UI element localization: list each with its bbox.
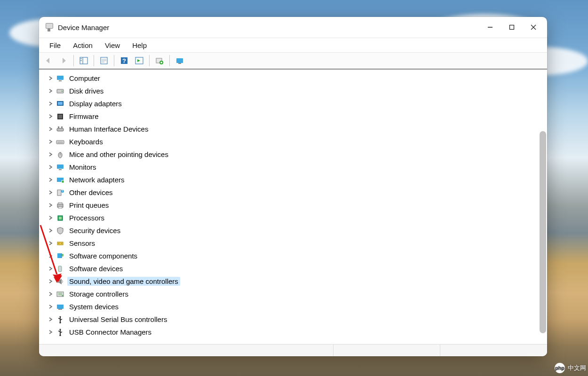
expand-chevron-icon[interactable] [48, 329, 53, 335]
svg-rect-59 [58, 309, 62, 310]
tree-node[interactable]: Print queues [48, 199, 547, 212]
tree-node-label: Storage controllers [67, 290, 130, 298]
tree-node[interactable]: Monitors [48, 161, 547, 173]
expand-chevron-icon[interactable] [48, 114, 53, 119]
menu-help[interactable]: Help [127, 39, 152, 51]
titlebar[interactable]: Device Manager [39, 17, 547, 38]
tree-node[interactable]: USB Connector Managers [48, 326, 547, 338]
expand-chevron-icon[interactable] [48, 279, 53, 284]
update-driver-button[interactable] [153, 54, 166, 67]
tree-node[interactable]: Keyboards [48, 135, 547, 148]
expand-chevron-icon[interactable] [48, 164, 53, 170]
maximize-button[interactable] [501, 17, 523, 38]
svg-point-64 [59, 329, 61, 330]
svg-point-61 [59, 316, 61, 317]
svg-rect-54 [57, 280, 59, 283]
tree-node-label: Computer [67, 74, 102, 83]
expand-chevron-icon[interactable] [48, 317, 53, 322]
expand-chevron-icon[interactable] [48, 88, 53, 94]
sensor-icon [56, 239, 64, 248]
expand-chevron-icon[interactable] [48, 228, 53, 234]
device-tree: ComputerDisk drivesDisplay adaptersFirmw… [39, 71, 547, 341]
expand-chevron-icon[interactable] [48, 76, 53, 81]
tree-node-label: Security devices [67, 226, 122, 235]
tree-node-label: Print queues [67, 201, 111, 210]
status-cell [334, 345, 440, 356]
expand-chevron-icon[interactable] [48, 253, 53, 259]
menu-action[interactable]: Action [67, 39, 98, 51]
app-icon [45, 23, 53, 31]
toolbar-separator [114, 55, 114, 66]
svg-rect-48 [57, 242, 63, 245]
svg-rect-27 [58, 115, 62, 118]
watermark-logo: php [555, 363, 565, 373]
expand-chevron-icon[interactable] [48, 304, 53, 310]
status-cell [39, 345, 334, 356]
expand-chevron-icon[interactable] [48, 291, 53, 297]
show-hide-tree-button[interactable] [77, 54, 90, 67]
tree-node[interactable]: Processors [48, 212, 547, 224]
expand-chevron-icon[interactable] [48, 177, 53, 183]
menu-file[interactable]: File [44, 39, 66, 51]
other-icon: ? [56, 188, 64, 197]
speaker-icon [56, 277, 64, 286]
tree-node[interactable]: Computer [48, 72, 547, 85]
tree-node[interactable]: Storage controllers [48, 288, 547, 300]
expand-chevron-icon[interactable] [48, 215, 53, 221]
expand-chevron-icon[interactable] [48, 139, 53, 145]
minimize-button[interactable] [479, 17, 501, 38]
expand-chevron-icon[interactable] [48, 190, 53, 196]
expand-chevron-icon[interactable] [48, 152, 53, 157]
svg-rect-21 [59, 80, 62, 81]
tree-node-label: Human Interface Devices [67, 125, 150, 133]
svg-rect-7 [80, 60, 82, 61]
expand-chevron-icon[interactable] [48, 126, 53, 132]
tree-node[interactable]: Sound, video and game controllers [48, 275, 547, 288]
forward-button[interactable] [57, 54, 70, 67]
device-tree-pane[interactable]: ComputerDisk drivesDisplay adaptersFirmw… [39, 70, 547, 344]
network-icon [56, 176, 64, 184]
tree-node[interactable]: System devices [48, 300, 547, 313]
tree-node[interactable]: Human Interface Devices [48, 123, 547, 135]
help-button[interactable]: ? [118, 54, 131, 67]
toolbar-separator [94, 55, 94, 66]
tree-node[interactable]: Display adapters [48, 97, 547, 110]
svg-rect-28 [57, 128, 64, 131]
close-button[interactable] [523, 17, 544, 38]
svg-point-50 [61, 243, 62, 244]
svg-rect-44 [58, 203, 62, 204]
tree-node[interactable]: Network adapters [48, 173, 547, 186]
tree-node[interactable]: Universal Serial Bus controllers [48, 313, 547, 326]
expand-chevron-icon[interactable] [48, 266, 53, 272]
tree-node[interactable]: Mice and other pointing devices [48, 148, 547, 161]
tree-node-label: Software components [67, 251, 139, 260]
tree-node[interactable]: Software components [48, 250, 547, 262]
uninstall-device-button[interactable] [173, 54, 186, 67]
scan-hardware-button[interactable] [133, 54, 146, 67]
expand-chevron-icon[interactable] [48, 101, 53, 107]
watermark: php 中文网 [555, 363, 586, 373]
expand-chevron-icon[interactable] [48, 203, 53, 208]
tree-node[interactable]: Security devices [48, 224, 547, 237]
expand-chevron-icon[interactable] [48, 241, 53, 246]
back-button[interactable] [42, 54, 55, 67]
toolbar-separator [73, 55, 74, 66]
svg-text:?: ? [62, 190, 64, 193]
svg-rect-18 [176, 58, 183, 63]
tree-node[interactable]: ?Other devices [48, 186, 547, 199]
svg-rect-36 [57, 164, 64, 169]
svg-rect-45 [58, 207, 62, 208]
tree-node[interactable]: Disk drives [48, 85, 547, 97]
svg-point-49 [58, 243, 59, 244]
tree-node-label: Monitors [67, 163, 98, 172]
tree-node-label: Display adapters [67, 99, 124, 108]
disk-icon [56, 87, 64, 95]
puzzle-icon [56, 252, 64, 260]
tree-node[interactable]: Firmware [48, 110, 547, 123]
menu-view[interactable]: View [99, 39, 126, 51]
tree-node[interactable]: Software devices [48, 262, 547, 275]
svg-rect-19 [178, 63, 181, 64]
tree-node[interactable]: Sensors [48, 237, 547, 250]
properties-button[interactable] [97, 54, 111, 67]
vertical-scrollbar[interactable] [540, 131, 546, 333]
